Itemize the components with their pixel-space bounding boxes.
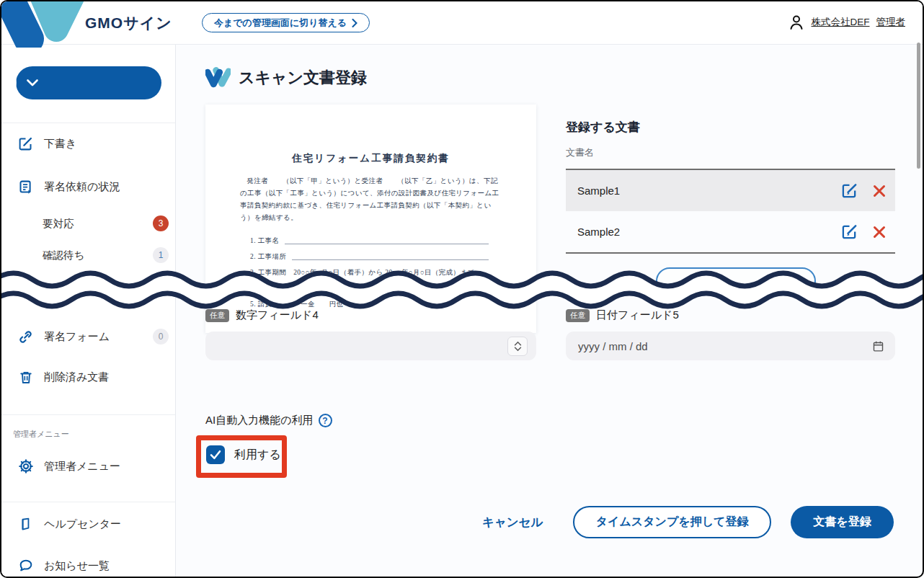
calendar-icon[interactable] bbox=[872, 340, 884, 352]
sidebar-divider bbox=[1, 502, 175, 502]
contract-item: 5. 請負代金額 一金 円也 bbox=[250, 293, 489, 309]
optional-badge: 任意 bbox=[205, 309, 229, 322]
edit-icon bbox=[841, 223, 858, 240]
ai-section: AI自動入力機能の利用 ? bbox=[205, 414, 332, 427]
document-name: Sample2 bbox=[577, 226, 620, 238]
gear-icon bbox=[17, 458, 34, 475]
number-stepper[interactable] bbox=[507, 337, 528, 356]
sidebar-item-drafts[interactable]: 下書き bbox=[1, 133, 175, 154]
request-signature-split-button[interactable]: 署名を依頼する bbox=[16, 66, 161, 99]
add-document-button-partially-hidden[interactable] bbox=[656, 267, 816, 295]
x-icon bbox=[872, 184, 887, 198]
contract-item: 4. 工事を施工しない日又は時間帯 bbox=[250, 277, 489, 293]
main-content: スキャン文書登録 住宅リフォーム工事請負契約書 発注者 （以下「甲」という）と受… bbox=[176, 45, 924, 578]
edit-document-button[interactable] bbox=[841, 223, 858, 240]
sidebar-item-help-center[interactable]: ヘルプセンター bbox=[1, 513, 175, 535]
chevron-down-icon bbox=[514, 347, 522, 352]
document-table: Sample1 Sample2 bbox=[566, 169, 895, 254]
pen-square-icon bbox=[17, 135, 34, 152]
use-ai-checkbox[interactable] bbox=[206, 445, 225, 464]
number-field bbox=[205, 332, 536, 360]
date-input[interactable] bbox=[578, 340, 872, 352]
optional-badge: 任意 bbox=[566, 309, 590, 322]
gmo-sign-logo-icon bbox=[205, 66, 231, 89]
delete-document-button[interactable] bbox=[872, 225, 887, 239]
book-icon bbox=[17, 516, 34, 533]
date-field bbox=[566, 332, 895, 360]
document-name: Sample1 bbox=[577, 184, 620, 197]
use-ai-checkbox-row: 利用する bbox=[206, 445, 281, 464]
table-row[interactable]: Sample1 bbox=[566, 170, 895, 211]
x-icon bbox=[872, 225, 887, 239]
count-badge: 0 bbox=[153, 329, 169, 344]
scrollbar[interactable] bbox=[917, 43, 920, 169]
table-row[interactable]: Sample2 bbox=[566, 211, 895, 252]
account-company-link[interactable]: 株式会社DEF bbox=[812, 16, 870, 29]
trash-icon bbox=[17, 369, 34, 386]
sidebar-item-announcements[interactable]: お知らせ一覧 bbox=[1, 555, 175, 577]
date-field-label-row: 任意 日付フィールド5 bbox=[566, 308, 679, 322]
timestamp-register-button[interactable]: タイムスタンプを押して登録 bbox=[573, 506, 771, 538]
switch-admin-screen-button[interactable]: 今までの管理画面に切り替える bbox=[202, 13, 370, 32]
sidebar-divider bbox=[1, 123, 175, 123]
account-area: 株式会社DEF 管理者 bbox=[788, 14, 906, 31]
edit-icon bbox=[841, 182, 858, 199]
sidebar: 署名を依頼する 下書き 署名依頼の状況 要対応 3 確認待ち 1 bbox=[1, 45, 176, 578]
number-field-label-row: 任意 数字フィールド4 bbox=[205, 308, 319, 322]
check-icon bbox=[210, 450, 221, 460]
sidebar-item-request-status[interactable]: 署名依頼の状況 bbox=[1, 176, 175, 197]
app-window: GMOサイン 今までの管理画面に切り替える 株式会社DEF 管理者 署名を依頼す… bbox=[0, 0, 924, 578]
sidebar-item-action-required[interactable]: 要対応 3 bbox=[1, 214, 175, 233]
chevron-right-icon bbox=[352, 19, 357, 27]
sidebar-item-deleted-documents[interactable]: 削除済み文書 bbox=[1, 366, 175, 388]
document-preview: 住宅リフォーム工事請負契約書 発注者 （以下「甲」という）と受注者 （以下「乙」… bbox=[205, 105, 536, 333]
contract-item: 1. 工事名 bbox=[250, 230, 489, 246]
use-ai-checkbox-label: 利用する bbox=[234, 448, 281, 463]
speech-bubble-icon bbox=[17, 558, 34, 574]
account-role-link[interactable]: 管理者 bbox=[876, 16, 906, 29]
sidebar-item-awaiting-confirmation[interactable]: 確認待ち 1 bbox=[1, 246, 175, 264]
user-icon bbox=[788, 14, 805, 31]
admin-section-label: 管理者メニュー bbox=[13, 429, 69, 440]
sidebar-item-signature-forms[interactable]: 署名フォーム 0 bbox=[1, 326, 175, 347]
register-document-button[interactable]: 文書を登録 bbox=[791, 506, 894, 538]
chevron-up-icon bbox=[514, 341, 522, 346]
contract-body: 発注者 （以下「甲」という）と受注者 （以下「乙」という）は、下記の工事（以下「… bbox=[240, 175, 505, 224]
register-panel-title: 登録する文書 bbox=[566, 119, 640, 135]
chevron-down-icon bbox=[27, 79, 38, 86]
document-status-icon bbox=[17, 179, 34, 195]
delete-document-button[interactable] bbox=[872, 184, 887, 198]
page-title: スキャン文書登録 bbox=[239, 67, 367, 89]
brand-corner-logo-icon bbox=[0, 0, 85, 48]
help-icon[interactable]: ? bbox=[319, 414, 332, 427]
sidebar-divider bbox=[1, 414, 175, 415]
link-icon bbox=[17, 329, 34, 345]
count-badge: 1 bbox=[153, 247, 169, 263]
document-name-column-header: 文書名 bbox=[566, 146, 594, 159]
sidebar-item-admin-menu[interactable]: 管理者メニュー bbox=[1, 455, 175, 477]
ai-section-label: AI自動入力機能の利用 bbox=[205, 414, 314, 427]
count-badge: 3 bbox=[153, 215, 169, 231]
number-input[interactable] bbox=[218, 340, 507, 352]
header: GMOサイン 今までの管理画面に切り替える 株式会社DEF 管理者 bbox=[1, 1, 923, 45]
contract-item: 3. 工事期間 20○○年○月○日（着手）から 20○○年○月○日（完成）まで bbox=[250, 262, 489, 277]
request-signature-dropdown[interactable] bbox=[16, 66, 48, 99]
page-title-row: スキャン文書登録 bbox=[205, 66, 367, 89]
contract-item: 2. 工事場所 bbox=[250, 246, 489, 262]
contract-title: 住宅リフォーム工事請負契約書 bbox=[205, 152, 536, 165]
cancel-button[interactable]: キャンセル bbox=[482, 515, 543, 530]
brand-name: GMOサイン bbox=[85, 13, 172, 33]
edit-document-button[interactable] bbox=[841, 182, 858, 199]
